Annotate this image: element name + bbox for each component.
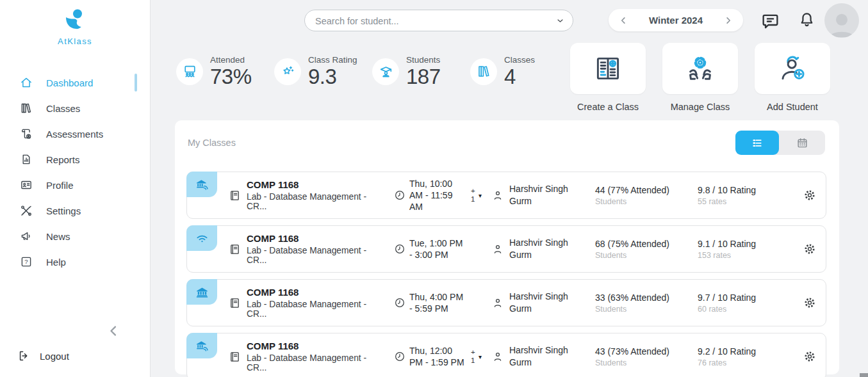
- course-title: Lab - Database Management - CR...: [247, 353, 384, 373]
- stat-value: 9.3: [308, 66, 357, 88]
- action-card[interactable]: Manage Class: [662, 43, 738, 112]
- teacher-name: Harshvir Singh Gurm: [509, 291, 585, 315]
- person-icon: [491, 189, 504, 202]
- gear-icon: [803, 349, 817, 364]
- stat-value: 187: [406, 66, 441, 88]
- stat-label: Students: [406, 55, 441, 65]
- quick-actions: Create a Class Manage Class Add Student: [570, 43, 830, 112]
- sidebar-item-dashboard[interactable]: Dashboard: [0, 70, 150, 95]
- class-rating: 9.8 / 10 Rating: [698, 185, 794, 195]
- class-time: Thu, 10:00 AM - 11:59 AM: [409, 178, 467, 213]
- students-count: 33 (63% Attended): [595, 293, 698, 303]
- class-settings-button[interactable]: [803, 242, 817, 256]
- action-label: Manage Class: [662, 102, 738, 112]
- my-classes-panel: My Classes: [175, 120, 839, 374]
- list-view-button[interactable]: [735, 131, 779, 155]
- class-mode-badge: [186, 333, 217, 358]
- home-icon: [19, 76, 33, 90]
- rates-count: 76 rates: [698, 358, 794, 367]
- logout-button[interactable]: Logout: [17, 349, 69, 363]
- stat-item: Students 187: [372, 55, 470, 88]
- class-mode-badge: [186, 279, 217, 305]
- manage-class-icon: [684, 52, 716, 84]
- term-prev-button[interactable]: [618, 15, 629, 26]
- teacher-name: Harshvir Singh Gurm: [509, 183, 585, 207]
- students-sublabel: Students: [595, 197, 698, 206]
- course-code: COMP 1168: [247, 287, 384, 298]
- sidebar-item-news[interactable]: News: [0, 223, 150, 249]
- main-content: Winter 2024 Attended 73%: [151, 0, 868, 377]
- campus-signal-icon: [195, 177, 209, 192]
- stat-item: Class Rating 9.3: [274, 55, 372, 88]
- class-row[interactable]: COMP 1168 Lab - Database Management - CR…: [186, 333, 826, 377]
- sidebar-item-label: Classes: [46, 103, 80, 114]
- scrollbar-thumb[interactable]: [860, 373, 868, 377]
- book-icon: [228, 189, 242, 202]
- class-row[interactable]: COMP 1168 Lab - Database Management - CR…: [186, 172, 826, 219]
- action-card[interactable]: Add Student: [755, 43, 830, 112]
- student-search[interactable]: [304, 10, 573, 31]
- sidebar-item-assessments[interactable]: Assessments: [0, 121, 150, 147]
- clock-icon: [393, 296, 405, 309]
- students-count: 43 (73% Attended): [595, 346, 698, 357]
- class-row[interactable]: COMP 1168 Lab - Database Management - CR…: [186, 225, 826, 273]
- more-times-dropdown[interactable]: +1▾: [471, 187, 489, 203]
- user-avatar[interactable]: [824, 3, 859, 38]
- caret-down-icon: ▾: [479, 353, 482, 360]
- sidebar-item-label: News: [46, 231, 70, 242]
- svg-text:?: ?: [24, 258, 28, 265]
- caret-down-icon: ▾: [479, 192, 482, 199]
- students-sublabel: Students: [595, 358, 698, 367]
- sidebar-item-label: Help: [46, 257, 66, 268]
- assessments-icon: [19, 127, 33, 141]
- course-title: Lab - Database Management - CR...: [247, 300, 384, 319]
- panel-title: My Classes: [188, 138, 236, 148]
- list-icon: [751, 136, 764, 150]
- class-rating: 9.1 / 10 Rating: [698, 239, 794, 249]
- class-settings-button[interactable]: [803, 188, 817, 202]
- rates-count: 55 rates: [698, 197, 794, 206]
- more-times-dropdown[interactable]: +1▾: [471, 348, 489, 364]
- books-icon: [19, 101, 33, 115]
- students-count: 68 (75% Attended): [595, 239, 698, 249]
- course-title: Lab - Database Management - CR...: [247, 246, 384, 265]
- class-settings-button[interactable]: [803, 296, 817, 310]
- clock-icon: [393, 350, 405, 363]
- settings-icon: [19, 204, 33, 218]
- sidebar-item-reports[interactable]: Reports: [0, 147, 150, 172]
- term-selector: Winter 2024: [609, 9, 743, 31]
- term-next-button[interactable]: [723, 15, 734, 26]
- calendar-view-button[interactable]: [779, 131, 825, 155]
- sidebar-item-profile[interactable]: Profile: [0, 172, 150, 198]
- stat-item: Attended 73%: [176, 55, 274, 88]
- profile-icon: [19, 178, 33, 192]
- gear-icon: [803, 242, 817, 256]
- wifi-icon: [195, 231, 209, 246]
- help-icon: ?: [19, 255, 33, 269]
- class-mode-badge: [186, 225, 217, 251]
- book-icon: [228, 296, 242, 310]
- sidebar-collapse-button[interactable]: [104, 322, 122, 340]
- notifications-button[interactable]: [797, 9, 817, 31]
- course-title: Lab - Database Management - CR...: [247, 192, 384, 211]
- students-count: 44 (77% Attended): [595, 185, 698, 195]
- action-card[interactable]: Create a Class: [570, 43, 646, 112]
- clock-icon: [393, 189, 405, 202]
- messages-button[interactable]: [760, 11, 781, 31]
- class-rating: 9.7 / 10 Rating: [698, 293, 794, 303]
- class-row[interactable]: COMP 1168 Lab - Database Management - CR…: [186, 279, 826, 326]
- star-sparkle-icon: [274, 58, 301, 85]
- stat-value: 73%: [210, 66, 252, 88]
- person-icon: [491, 350, 504, 363]
- students-sublabel: Students: [595, 305, 698, 314]
- create-class-icon: [592, 52, 624, 84]
- sidebar-item-help[interactable]: ? Help: [0, 249, 150, 275]
- gear-icon: [803, 296, 817, 310]
- gear-icon: [803, 188, 817, 202]
- sidebar-item-classes[interactable]: Classes: [0, 95, 150, 121]
- chevron-down-icon[interactable]: [555, 16, 565, 26]
- search-input[interactable]: [314, 10, 547, 32]
- class-rating: 9.2 / 10 Rating: [698, 346, 794, 357]
- sidebar-item-settings[interactable]: Settings: [0, 198, 150, 223]
- class-settings-button[interactable]: [803, 349, 817, 364]
